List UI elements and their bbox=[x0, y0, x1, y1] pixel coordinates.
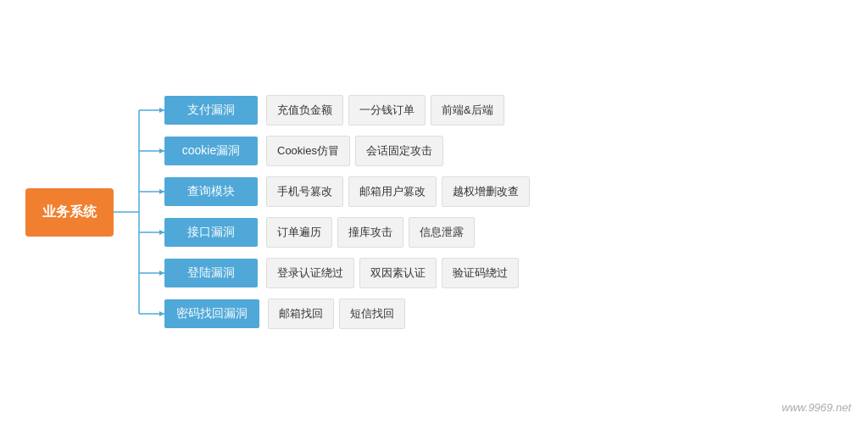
branch-label-2: 查询模块 bbox=[164, 177, 258, 206]
branch-items-5: 邮箱找回短信找回 bbox=[268, 298, 405, 329]
item-box-5-0: 邮箱找回 bbox=[268, 298, 334, 329]
branches-area: 支付漏洞充值负金额一分钱订单前端&后端cookie漏洞Cookies仿冒会话固定… bbox=[114, 17, 843, 407]
item-box-4-2: 验证码绕过 bbox=[442, 258, 519, 288]
branch-items-2: 手机号篡改邮箱用户篡改越权增删改查 bbox=[266, 176, 530, 207]
item-box-0-1: 一分钱订单 bbox=[348, 95, 426, 126]
branch-label-1: cookie漏洞 bbox=[164, 137, 258, 165]
branch-label-5: 密码找回漏洞 bbox=[164, 299, 259, 328]
diagram: 业务系统 支付漏洞充值负金额一分钱订单前端&后端cookie漏洞Cookies仿… bbox=[25, 17, 843, 407]
branch-row-4: 登陆漏洞登录认证绕过双因素认证验证码绕过 bbox=[164, 258, 843, 288]
item-box-3-2: 信息泄露 bbox=[409, 217, 475, 248]
root-label: 业务系统 bbox=[42, 204, 97, 219]
main-container: 业务系统 支付漏洞充值负金额一分钱订单前端&后端cookie漏洞Cookies仿… bbox=[0, 0, 868, 424]
item-box-3-1: 撞库攻击 bbox=[337, 217, 403, 248]
branch-items-0: 充值负金额一分钱订单前端&后端 bbox=[266, 95, 504, 126]
item-box-4-1: 双因素认证 bbox=[359, 258, 437, 288]
branch-row-0: 支付漏洞充值负金额一分钱订单前端&后端 bbox=[164, 95, 843, 126]
branch-row-5: 密码找回漏洞邮箱找回短信找回 bbox=[164, 298, 843, 329]
branch-items-3: 订单遍历撞库攻击信息泄露 bbox=[266, 217, 475, 248]
item-box-1-1: 会话固定攻击 bbox=[355, 136, 443, 166]
item-box-2-0: 手机号篡改 bbox=[266, 176, 343, 207]
branch-label-3: 接口漏洞 bbox=[164, 218, 258, 247]
item-box-5-1: 短信找回 bbox=[339, 298, 405, 329]
item-box-2-1: 邮箱用户篡改 bbox=[348, 176, 437, 207]
watermark-text: www.9969.net bbox=[782, 401, 851, 414]
root-node: 业务系统 bbox=[25, 188, 114, 237]
branch-row-3: 接口漏洞订单遍历撞库攻击信息泄露 bbox=[164, 217, 843, 248]
item-box-0-0: 充值负金额 bbox=[266, 95, 343, 126]
item-box-1-0: Cookies仿冒 bbox=[266, 136, 350, 166]
item-box-0-2: 前端&后端 bbox=[431, 95, 504, 126]
branch-label-4: 登陆漏洞 bbox=[164, 259, 258, 287]
branch-items-4: 登录认证绕过双因素认证验证码绕过 bbox=[266, 258, 519, 288]
connector-lines bbox=[114, 17, 843, 407]
item-box-4-0: 登录认证绕过 bbox=[266, 258, 354, 288]
watermark: www.9969.net bbox=[782, 401, 851, 414]
item-box-3-0: 订单遍历 bbox=[266, 217, 332, 248]
branch-items-1: Cookies仿冒会话固定攻击 bbox=[266, 136, 443, 166]
branch-label-0: 支付漏洞 bbox=[164, 96, 258, 125]
branch-row-2: 查询模块手机号篡改邮箱用户篡改越权增删改查 bbox=[164, 176, 843, 207]
branch-row-1: cookie漏洞Cookies仿冒会话固定攻击 bbox=[164, 136, 843, 166]
item-box-2-2: 越权增删改查 bbox=[442, 176, 530, 207]
